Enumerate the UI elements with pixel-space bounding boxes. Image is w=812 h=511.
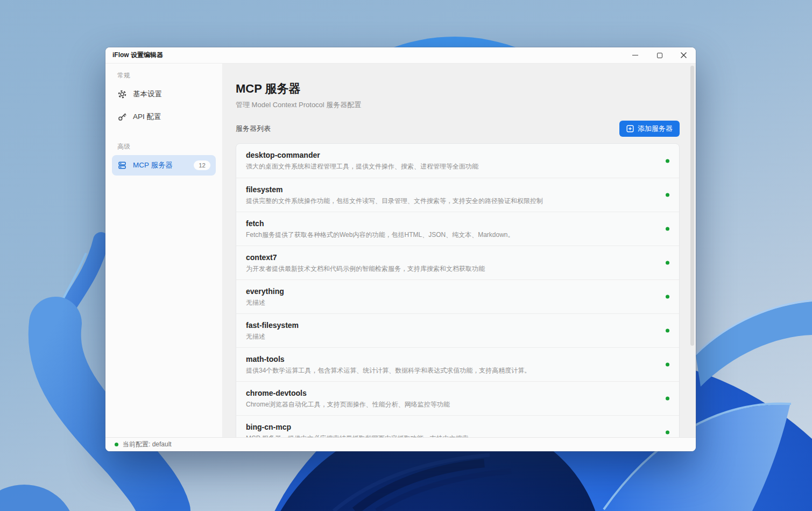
sidebar: 常规 基本设置 (105, 64, 223, 437)
window-title: iFlow 设置编辑器 (105, 51, 163, 60)
server-row[interactable]: filesystem 提供完整的文件系统操作功能，包括文件读写、目录管理、文件搜… (236, 178, 679, 212)
maximize-button[interactable] (647, 47, 672, 63)
minimize-icon (632, 55, 638, 55)
server-name: context7 (246, 253, 654, 263)
server-list-label: 服务器列表 (236, 124, 271, 134)
config-status-dot (115, 443, 118, 446)
window-controls (623, 47, 696, 63)
server-icon (117, 160, 127, 170)
current-config-label: 当前配置: default (123, 440, 172, 449)
close-icon (680, 52, 687, 59)
server-count-badge: 12 (194, 160, 210, 170)
sidebar-item-label: MCP 服务器 (133, 160, 173, 170)
sidebar-section-advanced: 高级 (117, 142, 210, 151)
server-row[interactable]: fast-filesystem 无描述 (236, 313, 679, 347)
add-square-icon (626, 125, 634, 132)
server-name: filesystem (246, 185, 654, 195)
server-row[interactable]: context7 为开发者提供最新技术文档和代码示例的智能检索服务，支持库搜索和… (236, 246, 679, 279)
server-status-dot (666, 261, 669, 265)
server-status-dot (666, 363, 669, 367)
app-window: iFlow 设置编辑器 常规 (105, 47, 696, 451)
titlebar: iFlow 设置编辑器 (105, 47, 696, 64)
server-status-dot (666, 227, 669, 231)
server-description: 提供完整的文件系统操作功能，包括文件读写、目录管理、文件搜索等，支持安全的路径验… (246, 197, 654, 205)
sidebar-item-basic-settings[interactable]: 基本设置 (112, 84, 216, 104)
scrollbar-thumb[interactable] (690, 66, 694, 346)
key-icon (117, 112, 127, 122)
add-server-button[interactable]: 添加服务器 (619, 121, 680, 137)
server-status-dot (666, 295, 669, 299)
server-row[interactable]: math-tools 提供34个数学运算工具，包含算术运算、统计计算、数据科学和… (236, 347, 679, 381)
server-name: math-tools (246, 354, 654, 365)
server-description: 无描述 (246, 332, 654, 341)
server-row[interactable]: desktop-commander 强大的桌面文件系统和进程管理工具，提供文件操… (236, 144, 679, 178)
page-subtitle: 管理 Model Context Protocol 服务器配置 (236, 100, 680, 110)
server-row[interactable]: chrome-devtools Chrome浏览器自动化工具，支持页面操作、性能… (236, 381, 679, 415)
server-description: 无描述 (246, 298, 654, 307)
maximize-icon (657, 53, 662, 58)
close-button[interactable] (672, 47, 696, 63)
server-list-toolbar: 服务器列表 添加服务器 (236, 121, 680, 137)
server-name: everything (246, 286, 654, 297)
server-list: desktop-commander 强大的桌面文件系统和进程管理工具，提供文件操… (236, 143, 680, 437)
sidebar-item-label: API 配置 (133, 112, 161, 122)
server-row[interactable]: bing-cn-mcp MCP 服务器，提供中文必应搜索结果抓取和网页内容抓取功… (236, 415, 679, 437)
server-description: 强大的桌面文件系统和进程管理工具，提供文件操作、搜索、进程管理等全面功能 (246, 162, 654, 171)
server-description: 为开发者提供最新技术文档和代码示例的智能检索服务，支持库搜索和文档获取功能 (246, 264, 654, 273)
server-description: 提供34个数学运算工具，包含算术运算、统计计算、数据科学和表达式求值功能，支持高… (246, 366, 654, 375)
server-row[interactable]: fetch Fetch服务提供了获取各种格式的Web内容的功能，包括HTML、J… (236, 212, 679, 246)
server-status-dot (666, 193, 669, 197)
server-status-dot (666, 329, 669, 333)
server-status-dot (666, 431, 669, 435)
server-description: Chrome浏览器自动化工具，支持页面操作、性能分析、网络监控等功能 (246, 400, 654, 409)
server-name: desktop-commander (246, 150, 654, 160)
server-name: chrome-devtools (246, 388, 654, 398)
server-row[interactable]: everything 无描述 (236, 279, 679, 313)
sidebar-item-api-config[interactable]: API 配置 (112, 107, 216, 127)
main-content: MCP 服务器 管理 Model Context Protocol 服务器配置 … (223, 64, 696, 437)
server-description: Fetch服务提供了获取各种格式的Web内容的功能，包括HTML、JSON、纯文… (246, 230, 654, 239)
server-name: fast-filesystem (246, 320, 654, 331)
sidebar-item-mcp-servers[interactable]: MCP 服务器 12 (112, 155, 216, 176)
add-server-button-label: 添加服务器 (638, 124, 673, 134)
sidebar-item-label: 基本设置 (133, 89, 162, 99)
server-description: MCP 服务器，提供中文必应搜索结果抓取和网页内容抓取功能，支持中文搜索 (246, 434, 654, 437)
minimize-button[interactable] (623, 47, 647, 63)
server-status-dot (666, 159, 669, 163)
desktop-wallpaper: iFlow 设置编辑器 常规 (0, 0, 812, 511)
server-name: fetch (246, 219, 654, 229)
statusbar: 当前配置: default (105, 437, 696, 451)
server-name: bing-cn-mcp (246, 422, 654, 432)
page-title: MCP 服务器 (236, 82, 680, 96)
gear-icon (117, 89, 127, 99)
server-status-dot (666, 397, 669, 401)
sidebar-section-general: 常规 (117, 71, 210, 80)
